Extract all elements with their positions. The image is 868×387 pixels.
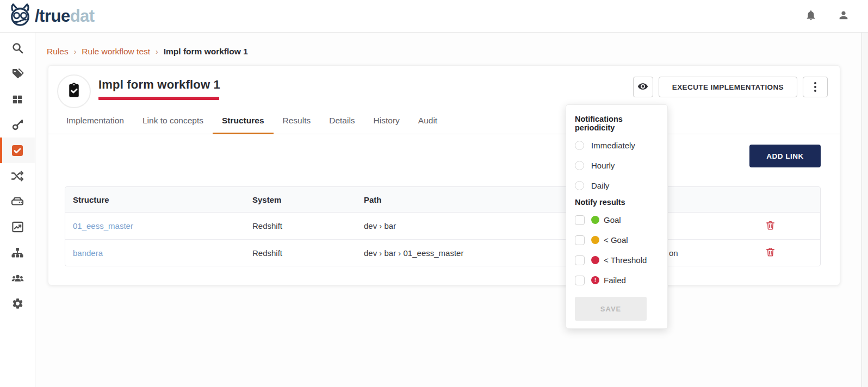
checkbox-option-goal[interactable]: Goal: [575, 210, 659, 230]
notifications-button[interactable]: [805, 9, 817, 23]
owl-logo-icon: [8, 3, 33, 29]
sidebar-item-charts[interactable]: [0, 214, 35, 240]
structure-link[interactable]: 01_eess_master: [73, 221, 133, 230]
checkbox-label: Failed: [604, 276, 626, 285]
path-cell: dev › bar: [356, 221, 530, 230]
sidebar-item-lineage[interactable]: [0, 163, 35, 189]
delete-link-button[interactable]: [765, 220, 776, 232]
logo-text-secondary: dat: [70, 7, 95, 26]
user-icon: [838, 9, 850, 23]
brand-logo[interactable]: /truedat: [8, 3, 95, 29]
clipped-text-fragment: on: [669, 248, 678, 258]
checkbox-option-below-threshold[interactable]: < Threshold: [575, 250, 659, 270]
periodicity-title: Notifications periodicity: [575, 113, 659, 135]
sidebar-item-permissions[interactable]: [0, 112, 35, 138]
structures-table: Structure System Path 01_eess_master Red…: [65, 186, 821, 266]
tab-implementation[interactable]: Implementation: [57, 116, 133, 134]
sidebar-item-structures[interactable]: [0, 240, 35, 265]
checkbox-label: < Threshold: [604, 255, 647, 265]
sidebar-item-systems[interactable]: [0, 189, 35, 214]
radio-icon[interactable]: [575, 161, 584, 170]
table-header-row: Structure System Path: [65, 187, 820, 213]
breadcrumb-link-rules[interactable]: Rules: [47, 47, 69, 57]
shuffle-icon: [11, 170, 24, 183]
sidebar-item-dashboard[interactable]: [0, 86, 35, 112]
checkbox-icon[interactable]: [575, 255, 585, 265]
bell-icon: [805, 9, 817, 23]
radio-icon[interactable]: [575, 181, 584, 190]
checkbox-option-below-goal[interactable]: < Goal: [575, 230, 659, 250]
scrollbar[interactable]: [861, 33, 868, 387]
check-square-icon: [11, 144, 24, 157]
below-threshold-status-dot: [591, 256, 599, 264]
sidebar-item-users[interactable]: [0, 265, 35, 291]
user-menu-button[interactable]: [838, 9, 850, 23]
path-cell: dev › bar › 01_eess_master: [356, 248, 530, 258]
tab-results[interactable]: Results: [274, 116, 320, 134]
app-header: /truedat: [0, 0, 868, 33]
breadcrumb-separator: ›: [74, 47, 77, 56]
more-options-button[interactable]: [803, 77, 828, 97]
column-header-system: System: [245, 195, 356, 204]
tab-structures[interactable]: Structures: [213, 116, 274, 134]
sidebar-item-search[interactable]: [0, 35, 35, 61]
checkbox-icon[interactable]: [575, 276, 585, 285]
tab-link-to-concepts[interactable]: Link to concepts: [133, 116, 213, 134]
below-goal-status-dot: [591, 236, 599, 244]
sidebar-item-quality-active[interactable]: [0, 138, 35, 163]
grid-icon: [11, 93, 23, 105]
execute-implementations-button[interactable]: EXECUTE IMPLEMENTATIONS: [659, 77, 797, 97]
logo-text-primary: /true: [35, 7, 70, 26]
tab-bar: Implementation Link to concepts Structur…: [48, 108, 840, 134]
radio-option-immediately[interactable]: Immediately: [575, 135, 659, 155]
users-icon: [11, 271, 24, 285]
sitemap-icon: [11, 246, 24, 259]
checkbox-option-failed[interactable]: Failed: [575, 270, 659, 290]
card-header: Impl form workflow 1 EXECUTE IMPLEMENTAT…: [48, 66, 840, 108]
title-accent-bar: [98, 97, 219, 100]
sidebar-item-settings[interactable]: [0, 291, 35, 316]
checkbox-label: < Goal: [604, 235, 628, 245]
tags-icon: [11, 67, 24, 80]
breadcrumb-link-rule-workflow-test[interactable]: Rule workflow test: [82, 47, 150, 57]
breadcrumb-separator: ›: [156, 47, 158, 56]
delete-link-button[interactable]: [765, 247, 776, 259]
goal-status-dot: [591, 216, 599, 224]
preview-button[interactable]: [633, 77, 653, 97]
table-row: 01_eess_master Redshift dev › bar: [65, 213, 820, 239]
gear-icon: [11, 297, 24, 310]
save-button[interactable]: SAVE: [575, 297, 647, 321]
sidebar: [0, 33, 35, 387]
checkbox-icon[interactable]: [575, 215, 585, 225]
radio-option-daily[interactable]: Daily: [575, 176, 659, 196]
notifications-popup: Notifications periodicity Immediately Ho…: [566, 104, 668, 329]
structures-toolbar: ADD LINK: [65, 145, 821, 167]
structure-link[interactable]: bandera: [73, 248, 103, 258]
trash-icon: [765, 247, 776, 259]
table-row: bandera Redshift dev › bar › 01_eess_mas…: [65, 239, 820, 266]
failed-exclamation-icon: [591, 276, 599, 284]
notify-results-title: Notify results: [575, 196, 659, 210]
search-icon: [11, 42, 24, 54]
breadcrumb: Rules › Rule workflow test › Impl form w…: [47, 47, 861, 57]
chart-line-icon: [11, 221, 24, 233]
radio-label: Immediately: [591, 141, 635, 150]
key-icon: [11, 118, 24, 131]
tab-details[interactable]: Details: [320, 116, 364, 134]
system-cell: Redshift: [245, 248, 356, 258]
checkbox-icon[interactable]: [575, 235, 585, 245]
system-cell: Redshift: [245, 221, 356, 230]
column-header-structure: Structure: [65, 195, 245, 204]
radio-icon[interactable]: [575, 141, 584, 150]
add-link-button[interactable]: ADD LINK: [749, 145, 821, 167]
radio-option-hourly[interactable]: Hourly: [575, 155, 659, 176]
sidebar-item-tags[interactable]: [0, 61, 35, 86]
radio-label: Daily: [591, 181, 609, 190]
tab-history[interactable]: History: [364, 116, 409, 134]
implementation-card: Impl form workflow 1 EXECUTE IMPLEMENTAT…: [48, 65, 840, 285]
clipboard-check-icon: [66, 82, 82, 101]
column-header-path: Path: [356, 195, 530, 204]
structures-panel: ADD LINK Structure System Path 01_eess_m…: [48, 134, 840, 285]
radio-label: Hourly: [591, 161, 615, 170]
tab-audit[interactable]: Audit: [409, 116, 447, 134]
